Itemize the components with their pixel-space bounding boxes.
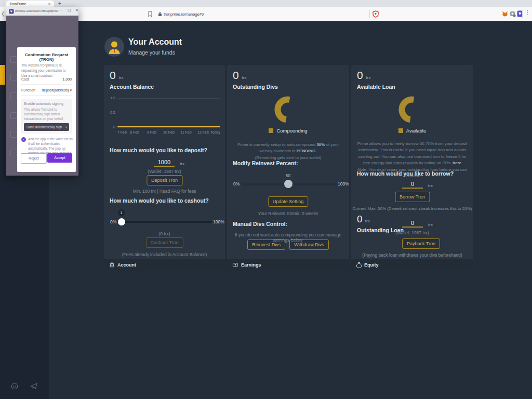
- divs-legend: Compounding: [227, 128, 349, 134]
- earnings-footer-label: Earnings: [241, 262, 261, 268]
- auto-sign-box: Enable automatic signing This allows Tro…: [21, 99, 72, 134]
- reinvest-divs-button[interactable]: Reinvest Divs: [247, 240, 285, 250]
- auto-sign-dropdown[interactable]: Don't automatically sign▾: [24, 123, 69, 131]
- tab-title: TronPrime: [9, 2, 46, 6]
- accept-button[interactable]: Accept: [47, 153, 72, 163]
- available-loan-value: 0 trx: [357, 69, 370, 82]
- withdraw-divs-button[interactable]: Withdraw Divs: [289, 240, 329, 250]
- legend-label-compounding: Compounding: [276, 128, 307, 134]
- popup-minimize-icon[interactable]: ─: [59, 8, 62, 12]
- dialog-title: Confirmation Request (TRON): [17, 52, 76, 62]
- function-row[interactable]: Function deposit(address) ▾: [21, 88, 72, 96]
- discord-icon[interactable]: [11, 383, 18, 389]
- cashout-fees-note: (Fees already included in Account Balanc…: [104, 252, 225, 257]
- manual-divs-buttons: Reinvest Divs Withdraw Divs: [227, 240, 349, 250]
- whitelist-checkbox[interactable]: ✓: [21, 137, 26, 142]
- popup-maximize-icon[interactable]: ▢: [68, 8, 71, 12]
- cashout-range-min: 0%: [110, 219, 116, 224]
- auto-sign-desc: This allows TronLink to automatically si…: [24, 107, 69, 121]
- popup-backdrop: Confirmation Request (TRON) The website …: [6, 16, 78, 176]
- here-link[interactable]: here: [453, 161, 461, 165]
- dimmed-menu-icon: [10, 131, 17, 138]
- payback-divs-note: (Paying back loan withdraws your divs be…: [351, 252, 473, 258]
- outstanding-divs-value: 0 trx: [233, 69, 246, 82]
- auto-sign-title: Enable automatic signing: [24, 102, 69, 105]
- earnings-card-footer: Earnings: [227, 259, 349, 270]
- cashout-range-max: 100%: [213, 219, 224, 224]
- shield-extension-icon[interactable]: [373, 10, 379, 18]
- free-energy-link[interactable]: free energy and earn rewards: [363, 161, 418, 165]
- equity-footer-label: Equity: [364, 262, 379, 268]
- sidebar-active-item[interactable]: [0, 65, 5, 85]
- cashout-question: How much would you like to cashout?: [110, 197, 209, 204]
- browser-tab[interactable]: TronPrime ✕: [6, 1, 54, 7]
- divs-donut-chart: [271, 93, 304, 126]
- metamask-extension-icon[interactable]: [502, 11, 508, 17]
- cashout-button[interactable]: Cashout Tron: [145, 237, 183, 248]
- tab-strip: ⋮ TronPrime ✕ +: [0, 0, 532, 7]
- cashout-slider-track[interactable]: [118, 221, 212, 223]
- reinvest-slider-value: 50: [227, 173, 349, 178]
- telegram-icon[interactable]: [30, 382, 37, 390]
- update-setting-button[interactable]: Update Setting: [268, 196, 309, 207]
- reject-button[interactable]: Reject: [21, 153, 47, 164]
- bookmark-icon[interactable]: [148, 11, 153, 17]
- reinvest-streak-note: Your Reinvest Streak: 0 weeks: [227, 211, 349, 216]
- dialog-body-text: The website tronprime.io is requesting y…: [21, 63, 72, 78]
- borrow-unit: trx: [428, 183, 433, 188]
- cashout-slider-thumb[interactable]: [118, 218, 125, 225]
- page-background: Your Account Manage your funds 0 trx Acc…: [0, 21, 532, 399]
- reinvest-slider-thumb[interactable]: [284, 180, 292, 188]
- cost-row: Cost 1,000: [21, 77, 72, 85]
- deposit-input[interactable]: 1000: [154, 159, 175, 167]
- deposit-fees-note[interactable]: Min. 100 trx | Read FAQ for fees: [104, 189, 225, 194]
- deposit-wallet-note: (Wallet: 1987 trx): [104, 169, 225, 174]
- dimmed-menu-icon: [10, 92, 17, 99]
- payback-wallet-note: (Wallet: 1987 trx): [351, 230, 473, 235]
- legend-swatch-available: [398, 128, 403, 133]
- loan-donut-chart: [395, 93, 429, 126]
- cashout-amount: (0 trx): [104, 231, 225, 236]
- borrow-input[interactable]: 0: [402, 181, 423, 189]
- tab-close-icon[interactable]: ✕: [48, 2, 51, 6]
- account-balance-label: Account Balance: [110, 84, 154, 90]
- available-loan-label: Available Loan: [357, 84, 395, 90]
- dimmed-menu-icon: [10, 74, 17, 81]
- bank-icon: [109, 262, 115, 268]
- balance-chart-plot: 1.00.50: [117, 98, 220, 127]
- outstanding-loan-value: 0 trx: [357, 214, 370, 225]
- function-value[interactable]: deposit(address) ▾: [42, 88, 72, 92]
- account-card-footer: Account: [104, 259, 225, 270]
- borrow-max-note: Current Max: 50% (2 week reinvest streak…: [351, 206, 473, 211]
- lock-icon: [158, 11, 162, 17]
- browser-toolbar: tronprime.io/manage#0 ⋮: [0, 7, 532, 21]
- popup-titlebar[interactable]: chrome-extension://ibnejdfjmmk... ─ ▢ ✕: [6, 7, 78, 16]
- url-text[interactable]: tronprime.io/manage#0: [164, 12, 204, 17]
- back-button-icon[interactable]: [1, 11, 5, 17]
- popup-favicon-icon: [9, 9, 14, 14]
- confirmation-dialog: Confirmation Request (TRON) The website …: [17, 47, 76, 172]
- moneybag-icon: [356, 262, 362, 268]
- reinvest-range-max: 100%: [338, 181, 349, 187]
- popup-close-icon[interactable]: ✕: [75, 8, 78, 12]
- toolbar-divider: [369, 10, 370, 18]
- payback-input[interactable]: 0: [402, 220, 423, 228]
- caret-down-icon: ▾: [70, 88, 72, 92]
- payback-button[interactable]: Payback Tron: [402, 238, 440, 249]
- dimmed-menu-icon: [10, 150, 17, 156]
- legend-swatch-compounding: [269, 128, 273, 133]
- deposit-question: How much would you like to deposit?: [110, 147, 207, 153]
- popup-url: chrome-extension://ibnejdfjmmk...: [15, 9, 58, 12]
- borrow-button[interactable]: Borrow Tron: [395, 192, 430, 202]
- balance-chart-xlabels: 7 Feb8 Feb9 Feb10 Feb11 Feb12 FebToday: [117, 130, 220, 136]
- deposit-button[interactable]: Deposit Tron: [147, 175, 182, 185]
- account-avatar: [104, 37, 124, 57]
- equity-card-footer: Equity: [351, 259, 473, 270]
- generic-extension-icon[interactable]: [510, 11, 516, 17]
- browser-menu-icon[interactable]: ⋮: [525, 9, 530, 16]
- toolbar-divider-2: [522, 10, 523, 18]
- tab-strip-menu-icon[interactable]: ⋮: [2, 0, 6, 7]
- reinvest-percent-label: Modify Reinvest Percent:: [233, 160, 298, 166]
- new-tab-button[interactable]: +: [56, 0, 63, 7]
- balance-chart: 1.00.50 7 Feb8 Feb9 Feb10 Feb11 Feb12 Fe…: [108, 95, 222, 137]
